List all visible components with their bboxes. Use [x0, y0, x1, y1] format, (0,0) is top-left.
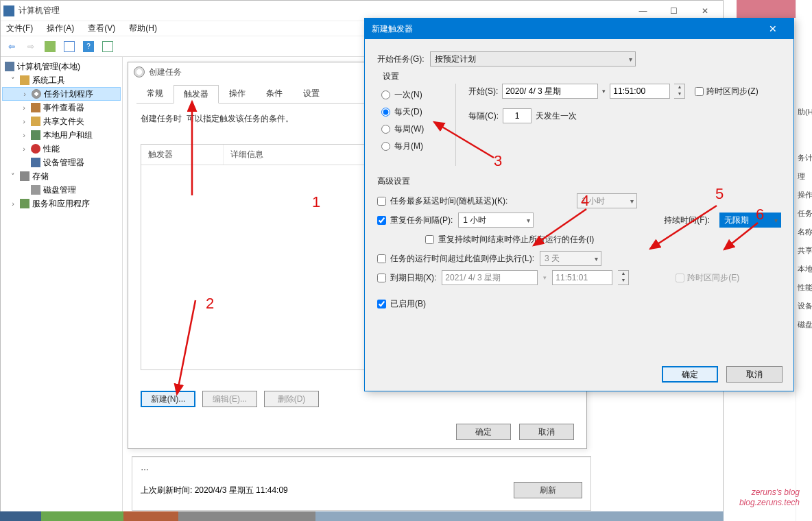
toolbar-icon-1[interactable] — [42, 38, 58, 55]
menu-action[interactable]: 操作(A) — [44, 21, 77, 36]
toolbar-icon-3[interactable] — [99, 38, 116, 55]
help-icon[interactable]: ? — [80, 38, 97, 55]
nav-tree[interactable]: 计算机管理(本地) ˅系统工具 ›任务计划程序 ›事件查看器 ›共享文件夹 ›本… — [1, 57, 123, 520]
repeat-checkbox[interactable]: 重复任务间隔(P): — [377, 215, 453, 226]
trigger-cancel-button[interactable]: 取消 — [726, 366, 783, 383]
repeat-interval-combo[interactable]: 1 小时 — [458, 213, 534, 228]
col-trigger[interactable]: 触发器 — [141, 145, 224, 165]
menu-file[interactable]: 文件(F) — [3, 21, 36, 36]
trigger-dialog-title: 新建触发器 — [372, 23, 759, 35]
bottom-edge — [0, 511, 724, 521]
last-refresh-label: 上次刷新时间: 2020/4/3 星期五 11:44:09 — [141, 485, 288, 496]
tree-storage[interactable]: ˅存储 — [2, 169, 121, 183]
app-icon — [3, 5, 14, 16]
tab-actions[interactable]: 操作 — [219, 84, 256, 103]
toolbar-icon-2[interactable] — [61, 38, 77, 55]
expire-spinner: ▲▼ — [618, 270, 629, 285]
tree-device-manager[interactable]: 设备管理器 — [2, 156, 121, 169]
edit-trigger-button: 编辑(E)... — [202, 391, 257, 407]
tree-root[interactable]: 计算机管理(本地) — [2, 60, 121, 73]
tab-triggers[interactable]: 触发器 — [174, 85, 219, 104]
expire-date-input — [442, 270, 538, 285]
status-truncated: … — [141, 463, 582, 475]
radio-monthly[interactable]: 每月(M) — [381, 141, 449, 152]
trigger-ok-button[interactable]: 确定 — [662, 366, 718, 383]
delay-combo: 1 小时 — [577, 193, 637, 208]
tree-system-tools[interactable]: ˅系统工具 — [2, 73, 121, 87]
tz-sync-checkbox[interactable]: 跨时区同步(Z) — [695, 86, 758, 97]
tab-conditions[interactable]: 条件 — [256, 84, 293, 103]
create-task-cancel[interactable]: 取消 — [519, 424, 574, 440]
tree-performance[interactable]: ›性能 — [2, 142, 121, 156]
delay-checkbox[interactable]: 任务最多延迟时间(随机延迟)(K): — [377, 195, 508, 207]
tree-services[interactable]: ›服务和应用程序 — [2, 197, 121, 210]
tz-sync2-checkbox: 跨时区同步(E) — [676, 272, 739, 284]
settings-section-label: 设置 — [383, 71, 781, 82]
start-label: 开始(S): — [468, 86, 498, 97]
refresh-button[interactable]: 刷新 — [514, 482, 582, 498]
tab-settings[interactable]: 设置 — [293, 84, 330, 103]
create-task-ok[interactable]: 确定 — [456, 424, 511, 440]
radio-daily[interactable]: 每天(D) — [381, 106, 449, 118]
clock-icon — [134, 66, 145, 77]
status-area: … 上次刷新时间: 2020/4/3 星期五 11:44:09 刷新 — [132, 456, 591, 511]
trigger-close-button[interactable]: ✕ — [759, 23, 787, 34]
expire-checkbox[interactable]: 到期日期(X): — [377, 272, 436, 284]
recur-every-input[interactable] — [503, 108, 532, 123]
duration-label: 持续时间(F): — [664, 215, 710, 226]
stop-at-end-checkbox[interactable]: 重复持续时间结束时停止所有运行的任务(I) — [425, 234, 594, 245]
stop-if-longer-combo: 3 天 — [540, 251, 601, 266]
time-spinner[interactable]: ▲▼ — [674, 84, 685, 99]
menu-view[interactable]: 查看(V) — [85, 21, 118, 36]
forward-button[interactable]: ⇨ — [23, 38, 39, 55]
tree-task-scheduler[interactable]: ›任务计划程序 — [2, 87, 121, 101]
begin-task-label: 开始任务(G): — [377, 53, 425, 65]
back-button[interactable]: ⇦ — [3, 38, 20, 55]
tree-shared-folders[interactable]: ›共享文件夹 — [2, 114, 121, 128]
radio-once[interactable]: 一次(N) — [381, 89, 449, 101]
tree-disk-management[interactable]: 磁盘管理 — [2, 183, 121, 197]
stop-if-longer-checkbox[interactable]: 任务的运行时间超过此值则停止执行(L): — [377, 253, 534, 265]
radio-weekly[interactable]: 每周(W) — [381, 123, 449, 135]
enabled-checkbox[interactable]: 已启用(B) — [377, 298, 426, 310]
new-trigger-button[interactable]: 新建(N)... — [141, 391, 195, 407]
tree-event-viewer[interactable]: ›事件查看器 — [2, 101, 121, 114]
window-title: 计算机管理 — [19, 5, 628, 16]
start-date-input[interactable] — [502, 84, 598, 99]
recur-every-label: 每隔(C): — [468, 110, 499, 122]
menu-help[interactable]: 帮助(H) — [126, 21, 160, 36]
tab-general[interactable]: 常规 — [136, 84, 174, 103]
expire-time-input — [552, 270, 612, 285]
duration-combo[interactable]: 无限期 — [719, 213, 781, 228]
tree-local-users[interactable]: ›本地用户和组 — [2, 128, 121, 142]
begin-task-combo[interactable]: 按预定计划 — [430, 51, 636, 66]
recur-every-suffix: 天发生一次 — [536, 110, 577, 122]
delete-trigger-button: 删除(D) — [264, 391, 319, 407]
right-panel-strip: 助(H 务计 理 操作 任务 名称 共享 本地 性能 设备 磁盘 — [796, 0, 812, 521]
start-time-input[interactable] — [610, 84, 670, 99]
new-trigger-dialog: 新建触发器 ✕ 开始任务(G): 按预定计划 设置 一次(N) 每天(D) 每周… — [364, 18, 794, 391]
advanced-section-label: 高级设置 — [377, 175, 781, 187]
watermark: zeruns's blog blog.zeruns.tech — [739, 487, 800, 509]
